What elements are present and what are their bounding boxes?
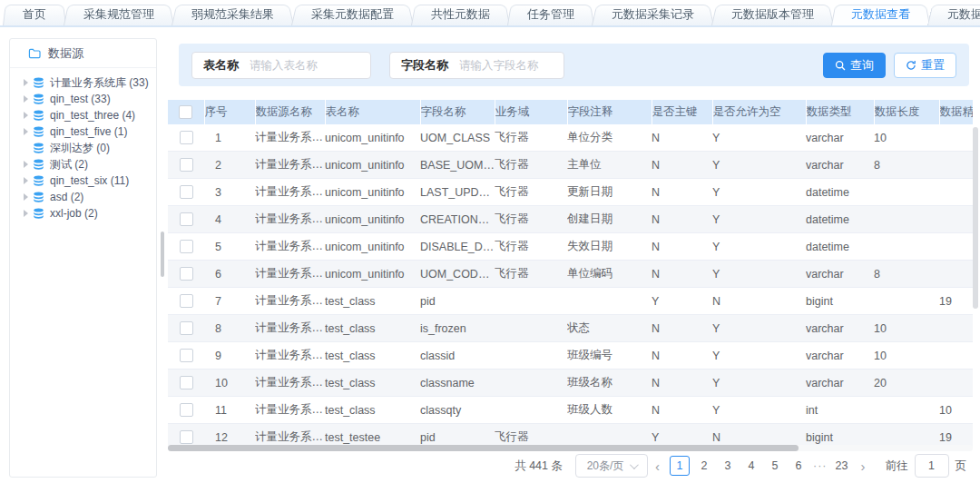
caret-icon[interactable]: [24, 177, 28, 184]
table-cell: 计量业务系统...: [255, 152, 325, 179]
row-checkbox[interactable]: [180, 349, 193, 362]
table-viewport: 序号数据源名称表名称字段名称业务域字段注释是否主键是否允许为空数据类型数据长度数…: [168, 100, 973, 449]
tree-item[interactable]: 计量业务系统库 (33): [24, 74, 156, 91]
tree-item[interactable]: qin_test_six (11): [24, 172, 156, 189]
tree-item[interactable]: qin_test_five (1): [24, 123, 156, 140]
tab-item[interactable]: 弱规范采集结果: [178, 3, 288, 25]
table-cell: test_class: [325, 315, 420, 342]
chevron-down-icon: [630, 460, 639, 469]
table-row[interactable]: 10计量业务系统...test_classclassname班级名称NYvarc…: [168, 370, 973, 397]
column-header: 是否允许为空: [712, 100, 806, 124]
table-row[interactable]: 4计量业务系统...unicom_unitinfoCREATION_D...飞行…: [168, 206, 973, 233]
field-name-input[interactable]: 字段名称: [389, 52, 564, 79]
tree-item[interactable]: 深圳达梦 (0): [24, 140, 156, 156]
caret-icon[interactable]: [24, 112, 28, 119]
prev-page-button[interactable]: ‹: [655, 459, 660, 473]
row-checkbox[interactable]: [180, 430, 193, 444]
caret-icon[interactable]: [24, 210, 28, 217]
page-number-button[interactable]: 5: [766, 457, 784, 475]
table-row[interactable]: 1计量业务系统...unicom_unitinfoUOM_CLASS飞行器单位分…: [168, 124, 973, 152]
tab-item[interactable]: 采集规范管理: [70, 3, 168, 25]
page-number-button[interactable]: 23: [833, 457, 851, 475]
vertical-scrollbar-thumb[interactable]: [973, 127, 978, 309]
tab-item[interactable]: 共性元数据: [417, 3, 504, 25]
table-row[interactable]: 2计量业务系统...unicom_unitinfoBASE_UOM_F...飞行…: [168, 152, 973, 179]
table-row[interactable]: 6计量业务系统...unicom_unitinfoUOM_CODECC飞行器单位…: [168, 261, 973, 288]
row-checkbox[interactable]: [180, 294, 193, 308]
tab-item[interactable]: 元数据采集记录: [598, 3, 708, 25]
caret-icon[interactable]: [24, 95, 28, 103]
row-checkbox[interactable]: [180, 212, 193, 226]
table-row[interactable]: 9计量业务系统...test_classclassid班级编号NYvarchar…: [168, 342, 973, 370]
page-size-select[interactable]: 20条/页: [575, 454, 648, 478]
row-checkbox[interactable]: [180, 267, 193, 281]
tab-item[interactable]: 任务管理: [514, 3, 588, 25]
tree-item[interactable]: asd (2): [24, 189, 156, 205]
table-name-field[interactable]: [248, 58, 359, 73]
tree-item[interactable]: xxl-job (2): [24, 205, 156, 222]
splitter-handle[interactable]: [161, 232, 164, 277]
horizontal-scrollbar[interactable]: [168, 445, 973, 451]
table-cell: datetime: [806, 233, 874, 261]
field-name-field[interactable]: [457, 58, 553, 73]
table-cell: N: [652, 315, 712, 342]
tree-item[interactable]: 测试 (2): [24, 156, 156, 172]
page-number-button[interactable]: 1: [670, 456, 690, 476]
tab-item[interactable]: 首页: [9, 3, 60, 25]
next-page-button[interactable]: ›: [861, 459, 866, 473]
page-number-button[interactable]: 6: [789, 457, 808, 475]
reset-button[interactable]: 重置: [894, 53, 956, 78]
table-cell: classqty: [420, 397, 495, 424]
row-checkbox[interactable]: [180, 403, 193, 417]
database-icon: [33, 208, 44, 220]
table-cell: 10: [939, 397, 973, 424]
row-checkbox[interactable]: [180, 376, 193, 389]
table-cell: CREATION_D...: [420, 206, 495, 233]
page-ellipsis: ···: [813, 459, 828, 472]
tab-item[interactable]: 采集元数据配置: [298, 3, 407, 25]
table-cell: test_class: [325, 370, 420, 397]
table-cell: [495, 370, 567, 397]
table-row[interactable]: 8计量业务系统...test_classis_frozen状态NYvarchar…: [168, 315, 973, 342]
caret-icon[interactable]: [24, 193, 28, 201]
table-cell: 飞行器: [495, 124, 567, 152]
page-number-button[interactable]: 2: [695, 457, 713, 475]
table-cell: varchar: [806, 342, 874, 370]
table-row[interactable]: 3计量业务系统...unicom_unitinfoLAST_UPDAT...飞行…: [168, 179, 973, 206]
tab-item[interactable]: 元数据查看: [838, 3, 924, 25]
row-checkbox[interactable]: [180, 185, 193, 199]
caret-icon[interactable]: [24, 128, 28, 135]
tree-item[interactable]: qin_test (33): [24, 91, 156, 107]
tab-item[interactable]: 元数据版本管理: [718, 3, 828, 25]
table-row[interactable]: 11计量业务系统...test_classclassqty班级人数NYint10: [168, 397, 973, 424]
table-cell: 2: [204, 152, 255, 179]
table-cell: unicom_unitinfo: [325, 261, 420, 288]
table-cell: 1: [204, 124, 255, 152]
caret-icon[interactable]: [24, 161, 28, 168]
table-cell: classname: [420, 370, 495, 397]
database-icon: [33, 192, 44, 203]
table-cell: LAST_UPDAT...: [420, 179, 495, 206]
table-name-input[interactable]: 表名称: [191, 52, 371, 79]
select-all-checkbox[interactable]: [179, 105, 192, 119]
reset-button-label: 重置: [921, 57, 945, 74]
tab-item[interactable]: 元数据授权管理: [934, 3, 980, 25]
horizontal-scrollbar-thumb[interactable]: [168, 445, 799, 451]
query-button[interactable]: 查询: [823, 53, 886, 78]
row-checkbox[interactable]: [180, 321, 193, 335]
tree-item[interactable]: qin_test_three (4): [24, 107, 156, 123]
row-checkbox[interactable]: [180, 240, 193, 253]
table-row[interactable]: 5计量业务系统...unicom_unitinfoDISABLE_DATE飞行器…: [168, 233, 973, 261]
table-cell: [874, 233, 939, 261]
table-row[interactable]: 7计量业务系统...test_classpidYNbigint19: [168, 288, 973, 315]
search-panel: 表名称 字段名称 查询 重置: [179, 44, 969, 86]
refresh-icon: [906, 60, 916, 71]
page-number-button[interactable]: 4: [742, 457, 760, 475]
table-cell: [939, 233, 973, 261]
caret-icon[interactable]: [24, 79, 28, 86]
row-checkbox[interactable]: [180, 158, 193, 172]
page-number-button[interactable]: 3: [719, 457, 737, 475]
goto-page-input[interactable]: [915, 454, 949, 478]
row-select-cell: [168, 342, 204, 370]
row-checkbox[interactable]: [180, 131, 193, 144]
